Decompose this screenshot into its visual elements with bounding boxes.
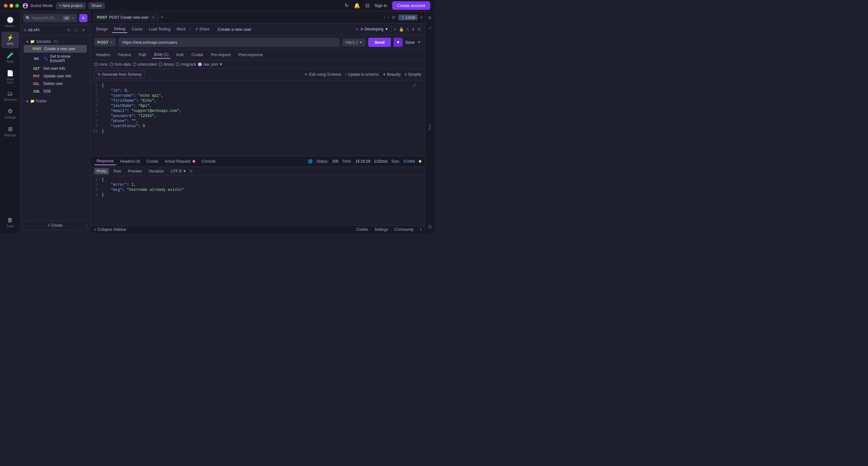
http-version-selector[interactable]: http/1.1 ▼ [342, 38, 366, 47]
test-panel-label[interactable]: Test [428, 124, 431, 130]
cookie-link[interactable]: Cookie [356, 227, 368, 232]
tab-design[interactable]: Design [94, 26, 110, 33]
tab-post-create-user[interactable]: POST POST Create new user ✕ [93, 13, 159, 22]
tab-mock[interactable]: Mock [175, 26, 188, 33]
send-dropdown-button[interactable]: ▼ [394, 38, 403, 47]
tab-load-testing[interactable]: Load Testing [147, 26, 172, 33]
collapse-sidebar-button[interactable]: « Collapse Sidebar [94, 227, 126, 232]
tab-auth[interactable]: Auth [174, 51, 186, 58]
tab-path[interactable]: Path [137, 51, 149, 58]
format-raw-button[interactable]: Raw [111, 168, 124, 174]
sidebar-item-settings[interactable]: ⚙ Settings [1, 105, 19, 122]
sidebar-item-manage[interactable]: ⊞ Manage [1, 123, 19, 140]
minimize-button[interactable] [9, 4, 13, 8]
folder-samples-header[interactable]: ▼ 📁 Samples (6) [24, 38, 87, 45]
tab-post-response[interactable]: Post-response [237, 51, 265, 58]
copy-response-button[interactable]: ⎘ [190, 169, 192, 174]
radio-urlencoded[interactable]: urlencoded [133, 62, 156, 66]
tab-add-button[interactable]: + [159, 14, 165, 21]
api-item-del-user[interactable]: DEL Delete user [24, 80, 87, 87]
format-pretty-button[interactable]: Pretty [94, 168, 109, 174]
tab-more-button[interactable]: ··· [166, 15, 169, 20]
tab-close-icon[interactable]: ✕ [152, 16, 155, 20]
bottom-info-icon[interactable]: ℹ [420, 227, 421, 232]
sort-panel-button[interactable]: ◇ [73, 27, 79, 33]
request-body-editor[interactable]: 1 { 2 "id": 0, 3 "username": "echo api",… [90, 81, 425, 156]
maximize-button[interactable] [15, 4, 19, 8]
sidebar-item-share-docs[interactable]: 📄 Share Docs [1, 67, 19, 87]
search-input[interactable] [32, 16, 57, 20]
radio-binary[interactable]: binary [158, 62, 174, 66]
lock-icon[interactable]: 🔒 [399, 27, 404, 32]
right-panel-settings-icon[interactable]: ⚙ [426, 14, 433, 22]
settings2-icon[interactable]: ⚙ [417, 27, 421, 32]
close-panel-button[interactable]: ✕ [81, 27, 87, 33]
download-icon[interactable]: ⬇ [411, 27, 415, 32]
create-account-button[interactable]: Create account [392, 1, 430, 10]
radio-raw[interactable]: raw [198, 62, 209, 66]
url-input[interactable] [119, 38, 340, 47]
bell-icon[interactable]: 🔔 [354, 3, 360, 8]
format-selector[interactable]: json ▼ [211, 62, 223, 66]
tab-params[interactable]: Params [116, 51, 133, 58]
sidebar-item-apis[interactable]: ⚡ APIs [1, 32, 19, 48]
sidebar-item-trash[interactable]: 🗑 Trash [1, 214, 19, 230]
tab-pre-request[interactable]: Pre-request [209, 51, 233, 58]
update-schema-button[interactable]: ↑ Update to schema [345, 72, 378, 77]
api-item-sse[interactable]: SSE SSE [24, 87, 87, 95]
right-panel-expand-icon[interactable]: ⤢ [427, 24, 433, 32]
tab-headers[interactable]: Headers [94, 51, 112, 58]
env-selector[interactable]: Developing ▼ [361, 27, 389, 31]
resp-tab-response[interactable]: Response [94, 157, 116, 165]
refresh-panel-button[interactable]: ↻ [66, 27, 72, 33]
sign-in-button[interactable]: Sign in [374, 3, 387, 8]
settings-tab-icon[interactable]: ⚙ [392, 15, 396, 20]
resp-tab-actual-request[interactable]: Actual Request [162, 158, 198, 165]
resp-tab-console[interactable]: Console [199, 158, 218, 165]
sidebar-item-schemas[interactable]: 🗂 Schemas [1, 88, 19, 104]
format-visualize-button[interactable]: Visualize [146, 168, 166, 174]
settings-link[interactable]: Settings [374, 227, 388, 232]
radio-msgpack[interactable]: msgpack [176, 62, 196, 66]
save-button[interactable]: Save [405, 40, 415, 45]
radio-none[interactable]: none [94, 62, 108, 66]
format-preview-button[interactable]: Preview [125, 168, 144, 174]
nav-left-icon[interactable]: ‹ [384, 15, 385, 20]
copy2-icon[interactable]: ⎘ [406, 27, 409, 32]
edit-schema-button[interactable]: ✏ Edit using Schema [305, 72, 341, 77]
monitor-icon[interactable]: ⊟ [365, 3, 369, 8]
sidebar-item-tests[interactable]: 🧪 Tests [1, 50, 19, 66]
encoding-selector[interactable]: UTF-8 ▼ [171, 169, 187, 173]
right-panel-grid-icon[interactable]: ⊟ [427, 223, 433, 230]
send-button[interactable]: Send [368, 38, 391, 47]
tab-body[interactable]: Body (1) [152, 51, 170, 59]
tab-cookie[interactable]: Cookie [189, 51, 205, 58]
refresh-icon[interactable]: ↻ [345, 3, 349, 8]
tab-debug[interactable]: Debug [112, 25, 127, 33]
create-api-button[interactable]: + Create [23, 220, 87, 230]
api-item-create-user[interactable]: POST Create a new user [24, 45, 87, 53]
resp-tab-cookie[interactable]: Cookie [144, 158, 161, 165]
close-button[interactable] [4, 4, 8, 8]
method-select[interactable]: POST ▼ [94, 38, 116, 47]
all-badge[interactable]: All [63, 16, 70, 21]
generate-schema-button[interactable]: ↻ Generate from Schema [94, 71, 145, 78]
folder-folder-header[interactable]: ▼ 📁 Folder [24, 98, 87, 105]
nav-right-icon[interactable]: › [388, 15, 389, 20]
lines-icon[interactable]: ≡ [394, 27, 396, 32]
filter-chevron-icon[interactable]: ▼ [71, 17, 75, 20]
api-item-put-user[interactable]: PUT Update user info [24, 72, 87, 80]
new-project-button[interactable]: + New project [56, 2, 86, 9]
tab-cases[interactable]: Cases [130, 26, 145, 33]
share-button[interactable]: Share [88, 2, 105, 9]
radio-form-data[interactable]: form-data [110, 62, 131, 66]
save-dropdown-button[interactable]: ▼ [417, 40, 421, 45]
tab-share[interactable]: ↗Share [193, 26, 211, 33]
format-icon[interactable]: ≡ [355, 27, 358, 32]
panel-expand-icon[interactable]: ≡ [420, 15, 423, 20]
expand-editor-icon[interactable]: ⤢ [412, 83, 416, 88]
api-item-get-user[interactable]: GET Get user info [24, 65, 87, 72]
simplify-button[interactable]: ≡ Simplify [405, 72, 421, 77]
resp-tab-headers[interactable]: Headers (4) [118, 158, 143, 165]
beautify-button[interactable]: ✦ Beautify [383, 72, 401, 77]
